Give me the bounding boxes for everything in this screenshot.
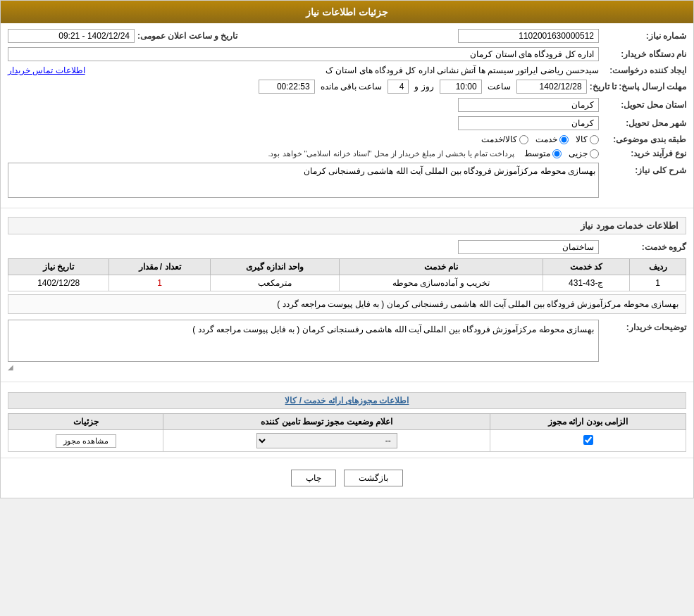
city-label: شهر محل تحویل: (602, 118, 686, 128)
service-group-value: ساختمان (458, 240, 599, 254)
creator-link[interactable]: اطلاعات تماس خریدار (8, 65, 85, 75)
province-row: استان محل تحویل: کرمان (8, 98, 686, 112)
buyer-org-label: نام دستگاه خریدار: (602, 49, 686, 59)
license-col-required: الزامی بودن ارائه مجوز (490, 414, 686, 430)
announce-date-value: 1402/12/24 - 09:21 (8, 29, 135, 43)
deadline-date: 1402/12/28 (516, 80, 587, 94)
creator-value: سیدحسن ریاضی ایراتور سیستم ها آتش نشانی … (92, 65, 599, 75)
announce-date-label: تاریخ و ساعت اعلان عمومی: (137, 31, 237, 41)
resize-handle[interactable]: ◢ (8, 363, 15, 370)
cell-code: ج-43-431 (543, 275, 629, 291)
service-group-row: گروه خدمت: ساختمان (8, 240, 686, 254)
description-label: شرح کلی نیاز: (602, 163, 686, 175)
deadline-days: 4 (388, 80, 409, 94)
category-row: طبقه بندی موضوعی: کالا خدمت کالا/خدمت (8, 134, 686, 144)
license-view-button[interactable]: مشاهده مجوز (56, 434, 116, 448)
col-unit: واحد اندازه گیری (210, 259, 340, 275)
purchase-motevaset-label: متوسط (524, 149, 550, 158)
purchase-jozei-label: جزیی (569, 149, 588, 158)
deadline-remaining-label: ساعت باقی مانده (321, 82, 383, 92)
purchase-jozei: جزیی (569, 149, 599, 158)
license-section-title: اطلاعات مجوزهای ارائه خدمت / کالا (8, 392, 686, 409)
buyer-notes-row: توضیحات خریدار: بهسازی محوطه مرکزآموزش ف… (8, 320, 686, 372)
license-details-cell: مشاهده مجوز (8, 430, 163, 452)
deadline-remaining: 00:22:53 (259, 80, 315, 94)
province-value: کرمان (458, 98, 599, 112)
purchase-motevaset: متوسط (524, 149, 562, 158)
col-qty: تعداد / مقدار (109, 259, 210, 275)
purchase-motevaset-radio[interactable] (552, 149, 562, 158)
deadline-day-label: روز و (414, 82, 433, 92)
cell-name: تخریب و آماده‌سازی محوطه (340, 275, 543, 291)
page-title: جزئیات اطلاعات نیاز (306, 6, 388, 18)
services-section: اطلاعات خدمات مورد نیاز گروه خدمت: ساختم… (1, 208, 693, 382)
print-button[interactable]: چاپ (291, 470, 336, 486)
top-section: شماره نیاز: 1102001630000512 تاریخ و ساع… (1, 23, 693, 208)
category-kala: کالا (576, 134, 599, 144)
deadline-time: 10:00 (440, 80, 482, 94)
col-row: ردیف (630, 259, 686, 275)
purchase-type-radio-group: جزیی متوسط (524, 149, 599, 158)
col-code: کد خدمت (543, 259, 629, 275)
col-date: تاریخ نیاز (8, 259, 109, 275)
buyer-notes-box: بهسازی محوطه مرکزآموزش فرودگاه بین الملل… (8, 320, 599, 362)
buyer-org-value: اداره کل فرودگاه های استان کرمان (8, 47, 599, 61)
category-kala-khadamat-label: کالا/خدمت (481, 134, 517, 144)
license-row: -- مشاهده مجوز (8, 430, 686, 452)
license-col-details: جزئیات (8, 414, 163, 430)
deadline-time-label: ساعت (488, 82, 511, 92)
service-group-label: گروه خدمت: (602, 242, 686, 252)
page-wrapper: جزئیات اطلاعات نیاز شماره نیاز: 11020016… (0, 0, 694, 498)
category-kala-khadamat-radio[interactable] (519, 135, 528, 144)
category-kala-radio[interactable] (590, 135, 599, 144)
category-radio-group: کالا خدمت کالا/خدمت (481, 134, 599, 144)
license-col-status: اعلام وضعیت مجوز توسط تامین کننده (163, 414, 490, 430)
deadline-row: مهلت ارسال پاسخ: تا تاریخ: 1402/12/28 سا… (8, 80, 686, 94)
category-kala-khadamat: کالا/خدمت (481, 134, 528, 144)
main-content: شماره نیاز: 1102001630000512 تاریخ و ساع… (1, 23, 693, 498)
creator-label: ایجاد کننده درخواست: (602, 65, 686, 75)
category-khadamat-radio[interactable] (559, 135, 569, 144)
col-name: نام خدمت (340, 259, 543, 275)
resize-area: ◢ (8, 362, 599, 372)
category-khadamat: خدمت (535, 134, 569, 144)
province-label: استان محل تحویل: (602, 100, 686, 110)
license-section: اطلاعات مجوزهای ارائه خدمت / کالا الزامی… (1, 382, 693, 458)
service-note: بهسازی محوطه مرکزآموزش فرودگاه بین الملل… (8, 294, 686, 314)
buyer-notes-value: بهسازی محوطه مرکزآموزش فرودگاه بین الملل… (192, 325, 594, 334)
purchase-type-row: نوع فرآیند خرید: جزیی متوسط پرداخت تمام … (8, 149, 686, 158)
license-status-cell: -- (163, 430, 490, 452)
purchase-type-label: نوع فرآیند خرید: (602, 149, 686, 158)
license-status-select[interactable]: -- (256, 433, 397, 448)
need-number-row: شماره نیاز: 1102001630000512 تاریخ و ساع… (8, 29, 686, 43)
license-table: الزامی بودن ارائه مجوز اعلام وضعیت مجوز … (8, 413, 686, 452)
description-value: بهسازی محوطه مرکزآموزش فرودگاه بین الملل… (304, 166, 595, 176)
category-label: طبقه بندی موضوعی: (602, 134, 686, 144)
creator-row: ایجاد کننده درخواست: سیدحسن ریاضی ایراتو… (8, 65, 686, 75)
cell-row: 1 (630, 275, 686, 291)
page-header: جزئیات اطلاعات نیاز (1, 1, 693, 23)
back-button[interactable]: بازگشت (344, 470, 403, 486)
city-value: کرمان (458, 116, 599, 130)
category-kala-label: کالا (576, 134, 588, 144)
deadline-label: مهلت ارسال پاسخ: تا تاریخ: (590, 82, 686, 92)
cell-unit: مترمکعب (210, 275, 340, 291)
license-required-cell (490, 430, 686, 452)
license-required-checkbox[interactable] (583, 435, 593, 445)
description-box: بهسازی محوطه مرکزآموزش فرودگاه بین الملل… (8, 163, 599, 198)
services-table: ردیف کد خدمت نام خدمت واحد اندازه گیری ت… (8, 258, 686, 291)
need-number-value: 1102001630000512 (458, 29, 599, 43)
purchase-type-note: پرداخت تمام یا بخشی از مبلغ خریدار از مح… (268, 149, 514, 158)
buyer-notes-container: بهسازی محوطه مرکزآموزش فرودگاه بین الملل… (8, 320, 599, 372)
footer-buttons: بازگشت چاپ (1, 458, 693, 498)
buyer-org-row: نام دستگاه خریدار: اداره کل فرودگاه های … (8, 47, 686, 61)
cell-date: 1402/12/28 (8, 275, 109, 291)
description-row: شرح کلی نیاز: بهسازی محوطه مرکزآموزش فرو… (8, 163, 686, 198)
purchase-jozei-radio[interactable] (590, 149, 599, 158)
buyer-notes-label: توضیحات خریدار: (602, 320, 686, 332)
cell-qty: 1 (109, 275, 210, 291)
category-khadamat-label: خدمت (535, 134, 557, 144)
services-section-title: اطلاعات خدمات مورد نیاز (8, 217, 686, 234)
table-row: 1 ج-43-431 تخریب و آماده‌سازی محوطه مترم… (8, 275, 686, 291)
need-number-label: شماره نیاز: (602, 31, 686, 41)
